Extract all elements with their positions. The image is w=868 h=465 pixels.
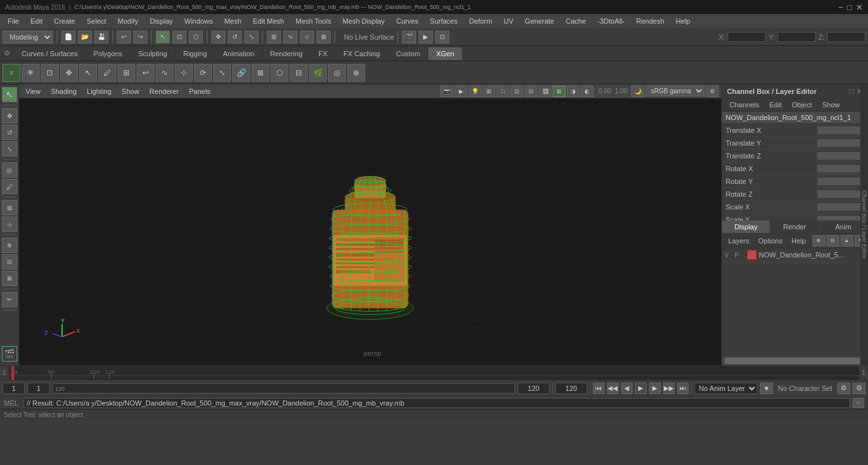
snap-view-button[interactable]: ⊠: [317, 31, 331, 43]
play-end-input[interactable]: [555, 383, 587, 394]
maximize-button[interactable]: □: [847, 3, 852, 12]
sculpt-button[interactable]: 🖊: [2, 179, 17, 194]
move-mode-button[interactable]: ✥: [2, 108, 17, 123]
play-forward-button[interactable]: ▶: [635, 383, 647, 394]
quick-rename-button[interactable]: ✏: [2, 292, 17, 307]
rotate-tool-button[interactable]: ↺: [228, 31, 242, 43]
vp-xray-button[interactable]: ◑: [567, 86, 580, 97]
menu-file[interactable]: File: [3, 16, 24, 26]
tab-fx-caching[interactable]: FX Caching: [336, 47, 388, 60]
menu-deform[interactable]: Deform: [464, 16, 497, 26]
xgen-icon-11[interactable]: ⟳: [194, 64, 212, 82]
z-coord-input[interactable]: [827, 32, 865, 42]
create-layer-button[interactable]: ⊕: [2, 238, 17, 253]
new-scene-button[interactable]: 📄: [61, 31, 75, 43]
tab-rendering[interactable]: Rendering: [262, 47, 311, 60]
next-keyframe-button[interactable]: ▶▶: [663, 383, 675, 394]
menu-mesh-tools[interactable]: Mesh Tools: [290, 16, 336, 26]
scale-mode-button[interactable]: ⤡: [2, 141, 17, 156]
tab-edit[interactable]: Edit: [764, 100, 786, 110]
snap-point-button[interactable]: ⊹: [300, 31, 314, 43]
prev-keyframe-button[interactable]: ◀◀: [607, 383, 618, 394]
render-settings-button[interactable]: 🎬: [402, 31, 416, 43]
layer-add-button[interactable]: ⊕: [812, 235, 825, 247]
xgen-icon-3[interactable]: ⊡: [41, 64, 59, 82]
range-bar[interactable]: 120: [52, 383, 515, 393]
layer-color-swatch[interactable]: [747, 250, 756, 259]
soft-select-button[interactable]: ◎: [2, 162, 17, 178]
skip-to-end-button[interactable]: ⏭: [677, 383, 689, 394]
xgen-icon-17[interactable]: 🌿: [309, 64, 327, 82]
scale-tool-button[interactable]: ⤡: [244, 31, 258, 43]
menu-modify[interactable]: Modify: [112, 16, 143, 26]
xgen-icon-5[interactable]: ↖: [79, 64, 97, 82]
snap-curve-button[interactable]: ∿: [283, 31, 297, 43]
vp-shaded-button[interactable]: ⊠: [553, 86, 565, 97]
char-set-settings-button[interactable]: ⚙: [837, 383, 850, 394]
tab-animation[interactable]: Animation: [215, 47, 262, 60]
channel-content[interactable]: NOW_Dandelion_Root_500_mg_ncl1_1 Transla…: [722, 112, 868, 220]
range-end-input[interactable]: [518, 383, 550, 394]
char-set-extra-button[interactable]: ⚙: [853, 383, 865, 394]
xgen-icon-6[interactable]: 🖊: [98, 64, 116, 82]
menu-help[interactable]: Help: [671, 16, 696, 26]
viewport-menu-panels[interactable]: Panels: [185, 86, 214, 96]
lasso-tool-button[interactable]: ⊡: [172, 31, 186, 43]
xgen-icon-10[interactable]: ⊹: [175, 64, 193, 82]
vp-light-button[interactable]: 💡: [468, 86, 481, 97]
tab-xgen[interactable]: XGen: [428, 47, 462, 60]
menu-mesh-display[interactable]: Mesh Display: [338, 16, 390, 26]
open-scene-button[interactable]: 📂: [78, 31, 92, 43]
options-tab[interactable]: Options: [756, 236, 785, 245]
workspace-selector[interactable]: Modeling: [3, 31, 53, 43]
layer-p-toggle[interactable]: P: [735, 252, 745, 259]
current-frame-input2[interactable]: [27, 383, 50, 394]
tab-polygons[interactable]: Polygons: [86, 47, 130, 60]
current-frame-input[interactable]: [3, 383, 25, 394]
layers-scrollbar[interactable]: [722, 356, 868, 365]
menu-edit[interactable]: Edit: [26, 16, 48, 26]
create-item-button[interactable]: ⊠: [2, 271, 17, 286]
xgen-icon-1[interactable]: X: [3, 64, 20, 82]
next-frame-button[interactable]: ▶: [649, 383, 661, 394]
tab-channels[interactable]: Channels: [724, 100, 764, 110]
xgen-icon-14[interactable]: ⊠: [251, 64, 269, 82]
x-coord-input[interactable]: [728, 32, 766, 42]
snap-point-l-button[interactable]: ⊹: [2, 217, 17, 232]
xgen-icon-9[interactable]: ∿: [156, 64, 174, 82]
create-set-button[interactable]: ⊟: [2, 254, 17, 270]
tab-object[interactable]: Object: [786, 100, 817, 110]
select-mode-button[interactable]: ↖: [2, 87, 17, 102]
render-button[interactable]: ▶: [419, 31, 433, 43]
vp-grid-button[interactable]: ⊞: [483, 86, 495, 97]
xgen-icon-15[interactable]: ⬡: [271, 64, 288, 82]
menu-curves[interactable]: Curves: [391, 16, 424, 26]
viewport-menu-renderer[interactable]: Renderer: [146, 86, 183, 96]
menu-display[interactable]: Display: [145, 16, 178, 26]
menu-cache[interactable]: Cache: [560, 16, 591, 26]
tab-fx[interactable]: FX: [311, 47, 336, 60]
viewport-menu-shading[interactable]: Shading: [47, 86, 80, 96]
vp-play-button[interactable]: ▶: [454, 86, 467, 97]
timeline-ruler[interactable]: 1 50 100 120: [9, 366, 859, 380]
menu-surfaces[interactable]: Surfaces: [425, 16, 463, 26]
xgen-icon-4[interactable]: ✥: [60, 64, 78, 82]
command-input[interactable]: [24, 398, 850, 408]
anim-layer-settings-button[interactable]: ▼: [760, 383, 773, 394]
menu-uv[interactable]: UV: [498, 16, 518, 26]
module-settings-button[interactable]: ⚙: [0, 46, 14, 61]
vp-gamma-button[interactable]: 🌙: [631, 86, 644, 97]
menu-create[interactable]: Create: [49, 16, 80, 26]
redo-button[interactable]: ↪: [133, 31, 147, 43]
anim-layer-selector[interactable]: No Anim Layer: [694, 383, 758, 394]
vp-camera-button[interactable]: 📷: [440, 86, 453, 97]
command-history-button[interactable]: ≡: [853, 398, 864, 408]
minimize-button[interactable]: −: [839, 3, 844, 12]
viewport-menu-lighting[interactable]: Lighting: [83, 86, 116, 96]
xgen-icon-16[interactable]: ⊟: [290, 64, 308, 82]
move-tool-button[interactable]: ✥: [211, 31, 225, 43]
close-button[interactable]: ✕: [856, 3, 863, 12]
undo-button[interactable]: ↩: [117, 31, 131, 43]
xgen-icon-19[interactable]: ⊕: [347, 64, 365, 82]
layer-v-toggle[interactable]: V: [724, 252, 735, 259]
